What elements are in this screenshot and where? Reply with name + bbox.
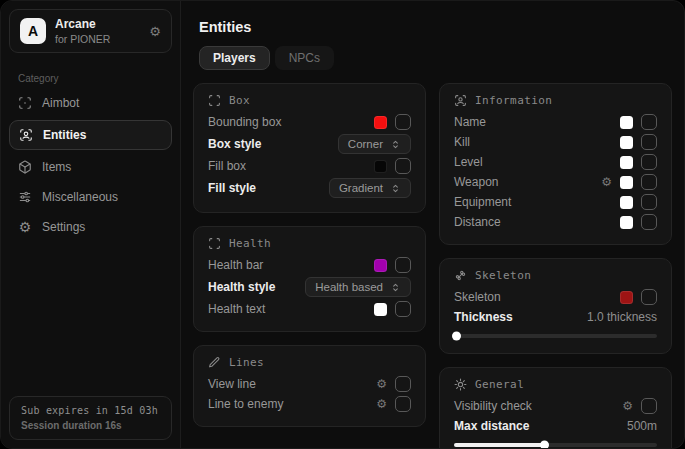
setting-row-equipment: Equipment — [454, 192, 657, 212]
skeleton-checkbox[interactable] — [641, 289, 657, 305]
setting-label: Weapon — [454, 175, 498, 189]
setting-row-level: Level — [454, 152, 657, 172]
view-line-checkbox[interactable] — [395, 376, 411, 392]
max-distance-slider[interactable] — [454, 440, 657, 448]
setting-row-name: Name — [454, 112, 657, 132]
sidebar-item-label: Items — [42, 160, 71, 174]
slider-fill — [454, 443, 545, 447]
bone-icon — [454, 269, 467, 282]
tab-npcs[interactable]: NPCs — [275, 46, 334, 70]
setting-row-line-to-enemy: Line to enemy ⚙ — [208, 394, 411, 414]
gear-icon[interactable]: ⚙ — [376, 378, 387, 390]
color-swatch[interactable] — [374, 259, 387, 272]
gear-icon[interactable]: ⚙ — [622, 400, 633, 412]
card-title: Health — [229, 237, 271, 250]
max-distance-value: 500m — [627, 419, 657, 433]
app-subtitle: for PIONER — [55, 33, 110, 45]
setting-row-health-text: Health text — [208, 299, 411, 319]
info-scan-icon — [454, 94, 467, 107]
setting-row-health-bar: Health bar — [208, 255, 411, 275]
setting-label: Fill style — [208, 181, 256, 195]
setting-row-box-style: Box style Corner — [208, 132, 411, 156]
fill-style-dropdown[interactable]: Gradient — [329, 178, 411, 198]
tab-players[interactable]: Players — [199, 46, 270, 70]
setting-label: Health bar — [208, 258, 263, 272]
visibility-check-checkbox[interactable] — [641, 398, 657, 414]
sliders-icon — [18, 190, 32, 204]
distance-checkbox[interactable] — [641, 214, 657, 230]
color-swatch[interactable] — [374, 160, 387, 173]
thickness-slider[interactable] — [454, 331, 657, 341]
setting-label: Max distance — [454, 419, 529, 433]
color-swatch[interactable] — [620, 136, 633, 149]
crosshair-icon — [18, 96, 32, 110]
color-swatch[interactable] — [620, 156, 633, 169]
color-swatch[interactable] — [374, 116, 387, 129]
dropdown-value: Health based — [315, 281, 383, 293]
sidebar-item-aimbot[interactable]: Aimbot — [1, 88, 180, 118]
color-swatch[interactable] — [620, 116, 633, 129]
name-checkbox[interactable] — [641, 114, 657, 130]
gear-icon[interactable]: ⚙ — [376, 398, 387, 410]
setting-label: Bounding box — [208, 115, 281, 129]
sidebar-item-items[interactable]: Items — [1, 152, 180, 182]
setting-label: Box style — [208, 137, 261, 151]
brand-card: A Arcane for PIONER ⚙ — [9, 9, 172, 53]
setting-row-kill: Kill — [454, 132, 657, 152]
color-swatch[interactable] — [374, 303, 387, 316]
gear-icon: ⚙ — [18, 220, 32, 234]
level-checkbox[interactable] — [641, 154, 657, 170]
equipment-checkbox[interactable] — [641, 194, 657, 210]
setting-row-max-distance: Max distance 500m — [454, 416, 657, 436]
kill-checkbox[interactable] — [641, 134, 657, 150]
box-style-dropdown[interactable]: Corner — [338, 134, 411, 154]
slider-thumb[interactable] — [452, 332, 461, 341]
health-style-dropdown[interactable]: Health based — [305, 277, 411, 297]
weapon-checkbox[interactable] — [641, 174, 657, 190]
setting-row-visibility-check: Visibility check ⚙ — [454, 396, 657, 416]
sun-icon — [454, 378, 467, 391]
unfold-icon — [390, 139, 401, 150]
slider-thumb[interactable] — [540, 441, 549, 449]
page-title: Entities — [199, 19, 674, 35]
color-swatch[interactable] — [620, 176, 633, 189]
category-label: Category — [18, 73, 180, 84]
sidebar-item-miscellaneous[interactable]: Miscellaneous — [1, 182, 180, 212]
setting-label: Name — [454, 115, 486, 129]
color-swatch[interactable] — [620, 196, 633, 209]
subscription-info: Sub expires in 15d 03h Session duration … — [9, 396, 172, 440]
setting-label: Kill — [454, 135, 470, 149]
setting-label: Health text — [208, 302, 265, 316]
sidebar-item-label: Entities — [43, 128, 86, 142]
fill-box-checkbox[interactable] — [395, 158, 411, 174]
app-logo: A — [20, 18, 46, 44]
setting-label: Level — [454, 155, 483, 169]
setting-label: Line to enemy — [208, 397, 283, 411]
skeleton-card: Skeleton Skeleton Thickness 1.0 thicknes… — [439, 258, 672, 354]
setting-label: Thickness — [454, 310, 513, 324]
app-window: A Arcane for PIONER ⚙ Category Aimbot En… — [0, 0, 685, 449]
gear-icon[interactable]: ⚙ — [601, 176, 612, 188]
sidebar-item-settings[interactable]: ⚙ Settings — [1, 212, 180, 242]
health-bar-checkbox[interactable] — [395, 257, 411, 273]
slider-fill — [454, 334, 457, 338]
entities-icon — [19, 128, 33, 142]
gear-icon[interactable]: ⚙ — [149, 24, 161, 39]
setting-label: Distance — [454, 215, 501, 229]
color-swatch[interactable] — [620, 216, 633, 229]
bounding-box-checkbox[interactable] — [395, 114, 411, 130]
sidebar-item-label: Miscellaneous — [42, 190, 118, 204]
color-swatch[interactable] — [620, 291, 633, 304]
card-title: Lines — [229, 356, 264, 369]
setting-label: Fill box — [208, 159, 246, 173]
setting-row-fill-style: Fill style Gradient — [208, 176, 411, 200]
sub-expiry-text: Sub expires in 15d 03h — [21, 405, 160, 416]
main-content: Entities Players NPCs Box Bounding box — [181, 1, 684, 448]
health-card: Health Health bar Health style Health ba… — [193, 226, 426, 332]
sidebar-item-entities[interactable]: Entities — [9, 120, 172, 150]
line-to-enemy-checkbox[interactable] — [395, 396, 411, 412]
sidebar: A Arcane for PIONER ⚙ Category Aimbot En… — [1, 1, 181, 448]
setting-label: Visibility check — [454, 399, 532, 413]
health-text-checkbox[interactable] — [395, 301, 411, 317]
card-title: Skeleton — [475, 269, 531, 282]
